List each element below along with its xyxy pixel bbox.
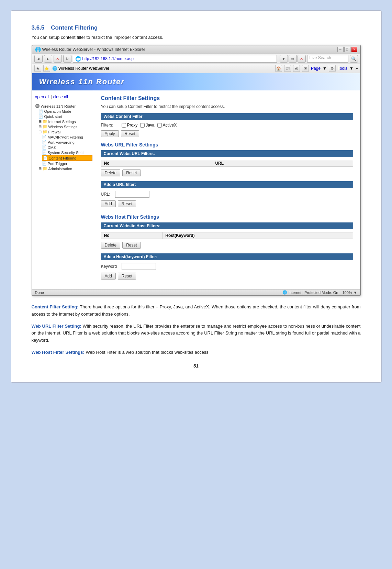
page-icon-6: 📄: [42, 150, 47, 155]
minimize-button[interactable]: ─: [337, 47, 344, 52]
apply-button[interactable]: Apply: [101, 130, 119, 137]
sidebar-item-root[interactable]: 🔘 Wireless 11N Router: [35, 103, 92, 109]
favorites-button[interactable]: ★: [34, 65, 41, 72]
stop-nav[interactable]: ✕: [298, 55, 306, 63]
url-filter-buttons: Delete Reset: [101, 169, 353, 176]
section-heading: 3.6.5 Content Filtering: [32, 24, 361, 31]
back-button[interactable]: ◄: [34, 55, 43, 63]
folder-icon-1: 📁: [43, 119, 47, 124]
sidebar-label-wireless: Wireless Settings: [48, 125, 78, 129]
host-reset-button[interactable]: Reset: [122, 242, 141, 249]
keyword-input[interactable]: [122, 263, 156, 270]
current-url-filters-bar: Current Webs URL Filters:: [101, 150, 353, 157]
zoom-dropdown[interactable]: ▼: [354, 291, 357, 295]
home-button[interactable]: 🏠: [275, 65, 282, 72]
browser-toolbar: ★ ⭐ 🌐 Wireless Router WebServer 🏠 📰 🖨 ✉ …: [32, 64, 360, 73]
folder-icon-3: 📁: [43, 130, 47, 134]
address-text[interactable]: http://192.168.1.1/home.asp: [82, 56, 134, 61]
sidebar-item-administration[interactable]: ⊞ 📁 Administration: [38, 166, 92, 171]
host-filter-buttons: Delete Reset: [101, 242, 353, 249]
statusbar-zone: Internet | Protected Mode: On: [289, 291, 338, 295]
page-label[interactable]: Page: [311, 66, 321, 71]
sidebar-item-content-filtering[interactable]: 📄 Content Filtering: [42, 155, 92, 161]
more-button[interactable]: »: [356, 66, 358, 71]
ie-status-icon: 🌐: [282, 290, 287, 295]
host-filter-title: Webs Host Filter Settings: [101, 214, 353, 220]
proxy-checkbox[interactable]: [122, 123, 126, 128]
rss-button[interactable]: 📰: [284, 65, 291, 72]
web-url-filter-label: Web URL Filter Setting:: [32, 324, 81, 329]
sidebar-item-firewall[interactable]: ⊟ 📁 Firewall: [38, 129, 92, 134]
sidebar-links: open all | close all: [34, 93, 92, 101]
sidebar-item-port-trigger[interactable]: 📄 Port Trigger: [42, 161, 92, 166]
go-arrow[interactable]: ⇒: [289, 55, 297, 63]
url-add-button[interactable]: Add: [101, 200, 116, 207]
sidebar-item-port-forwarding[interactable]: 📄 Port Forwarding: [42, 140, 92, 145]
host-col-no: No: [101, 232, 163, 239]
add-host-buttons: Add Reset: [101, 273, 353, 280]
router-content: Wireless 11n Router open all | close all…: [32, 73, 360, 295]
sidebar-label-port-fwd: Port Forwarding: [48, 140, 75, 144]
url-filter-table-container: No URL: [101, 160, 353, 167]
folder-collapse-icon: ⊟: [38, 130, 42, 134]
browser-titlebar-left: 🌐 Wireless Router WebServer - Windows In…: [35, 47, 145, 52]
section-intro: You can setup content filter to restrict…: [32, 35, 361, 40]
sidebar-item-mac-filter[interactable]: 📄 MAC/IP/Port Filtering: [42, 134, 92, 140]
url-reset-button[interactable]: Reset: [122, 169, 141, 176]
restore-button[interactable]: □: [344, 47, 350, 52]
add-url-filter-bar: Add a URL filter:: [101, 181, 353, 188]
page-icon-5: 📄: [42, 145, 47, 150]
url-filter-title: Webs URL Filter Settings: [101, 142, 353, 147]
activex-label: ActiveX: [163, 123, 177, 128]
folder-expand-icon-2: ⊞: [38, 124, 42, 129]
reset-button-1[interactable]: Reset: [121, 130, 139, 137]
sidebar-divider: |: [51, 95, 52, 99]
tools-label[interactable]: Tools: [338, 66, 347, 71]
statusbar-zoom: 100%: [342, 291, 352, 295]
url-input[interactable]: [115, 191, 149, 198]
sidebar-label-port-trigger: Port Trigger: [48, 162, 67, 166]
url-col-no: No: [101, 160, 212, 167]
sidebar-label-operation: Operation Mode: [44, 109, 71, 113]
section-title: Content Filtering: [51, 24, 98, 31]
print-button[interactable]: 🖨: [293, 65, 300, 72]
sidebar-label-quick: Quick start: [44, 114, 63, 119]
add-url-buttons: Add Reset: [101, 200, 353, 207]
host-delete-button[interactable]: Delete: [101, 242, 121, 249]
forward-button[interactable]: ►: [44, 55, 52, 63]
sidebar-item-quick-start[interactable]: 📄 Quick start: [38, 114, 92, 119]
sidebar-label-security: System Security Setti: [48, 151, 84, 155]
go-button[interactable]: ▼: [280, 55, 288, 63]
search-bar[interactable]: Live Search: [307, 55, 348, 63]
activex-checkbox[interactable]: [157, 123, 162, 128]
url-delete-button[interactable]: Delete: [101, 169, 121, 176]
host-add-button[interactable]: Add: [101, 273, 116, 280]
sidebar-open-all[interactable]: open all: [35, 95, 49, 99]
mail-button[interactable]: ✉: [302, 65, 309, 72]
search-button[interactable]: 🔍: [350, 55, 358, 63]
sidebar-item-dmz[interactable]: 📄 DMZ: [42, 145, 92, 150]
router-sidebar: open all | close all 🔘 Wireless 11N Rout…: [32, 90, 94, 289]
sidebar-item-operation-mode[interactable]: 📄 Operation Mode: [38, 109, 92, 114]
keyword-input-row: Keyword: [101, 263, 353, 270]
sidebar-close-all[interactable]: close all: [53, 95, 68, 99]
stop-button[interactable]: ✕: [54, 55, 62, 63]
java-checkbox-item: Java: [140, 123, 154, 128]
tools-icon[interactable]: ⚙: [329, 65, 336, 72]
url-input-row: URL:: [101, 191, 353, 198]
folder-expand-icon-3: ⊞: [38, 166, 42, 171]
refresh-button[interactable]: ↻: [63, 55, 71, 63]
close-button[interactable]: ✕: [351, 47, 357, 52]
host-col-host: Host(Keyword): [163, 232, 353, 239]
body-paragraph-2: Web URL Filter Setting: With security re…: [32, 323, 361, 344]
java-checkbox[interactable]: [140, 123, 145, 128]
url-add-reset-button[interactable]: Reset: [118, 200, 136, 207]
url-table-header-row: No URL: [101, 160, 353, 167]
sidebar-label-content: Content Filtering: [49, 156, 77, 160]
sidebar-item-wireless-settings[interactable]: ⊞ 📁 Wireless Settings: [38, 124, 92, 129]
favorites2-button[interactable]: ⭐: [43, 65, 50, 72]
host-add-reset-button[interactable]: Reset: [118, 273, 136, 280]
sidebar-label-firewall: Firewall: [48, 130, 61, 134]
sidebar-item-internet-settings[interactable]: ⊞ 📁 Internet Settings: [38, 119, 92, 124]
sidebar-item-security[interactable]: 📄 System Security Setti: [42, 150, 92, 155]
